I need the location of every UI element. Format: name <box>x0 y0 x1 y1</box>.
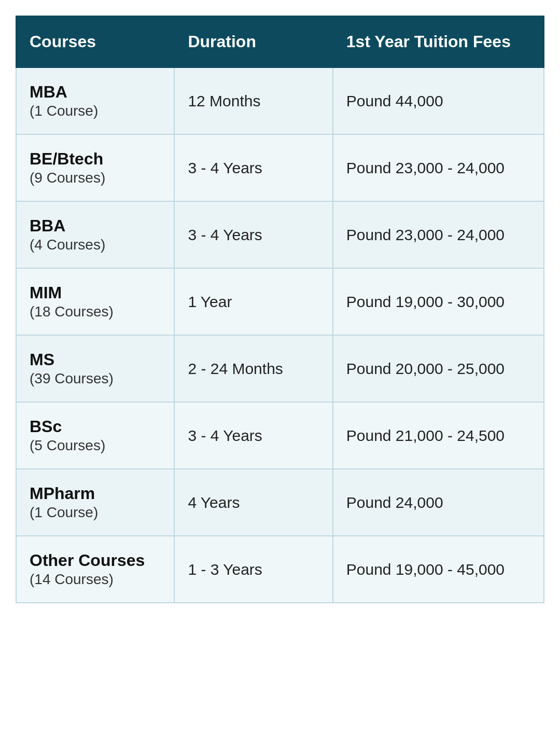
cell-course: MPharm(1 Course) <box>16 469 174 536</box>
course-name: MIM <box>30 283 62 302</box>
cell-fees: Pound 19,000 - 45,000 <box>333 536 544 603</box>
cell-fees: Pound 24,000 <box>333 469 544 536</box>
courses-table: Courses Duration 1st Year Tuition Fees M… <box>16 16 544 603</box>
cell-fees: Pound 23,000 - 24,000 <box>333 201 544 268</box>
cell-course: BSc(5 Courses) <box>16 402 174 469</box>
course-name: MBA <box>30 82 67 101</box>
cell-course: MBA(1 Course) <box>16 67 174 134</box>
header-fees: 1st Year Tuition Fees <box>333 16 544 67</box>
cell-duration: 3 - 4 Years <box>174 134 332 201</box>
course-count: (9 Courses) <box>30 170 105 186</box>
cell-duration: 3 - 4 Years <box>174 402 332 469</box>
cell-duration: 4 Years <box>174 469 332 536</box>
course-count: (39 Courses) <box>30 370 114 386</box>
course-name: MPharm <box>30 484 95 503</box>
table-row: MS(39 Courses)2 - 24 MonthsPound 20,000 … <box>16 335 544 402</box>
course-count: (4 Courses) <box>30 237 105 253</box>
table-row: BBA(4 Courses)3 - 4 YearsPound 23,000 - … <box>16 201 544 268</box>
cell-duration: 2 - 24 Months <box>174 335 332 402</box>
cell-course: BE/Btech(9 Courses) <box>16 134 174 201</box>
cell-fees: Pound 44,000 <box>333 67 544 134</box>
cell-course: MS(39 Courses) <box>16 335 174 402</box>
table-body: MBA(1 Course)12 MonthsPound 44,000BE/Bte… <box>16 67 544 603</box>
cell-fees: Pound 19,000 - 30,000 <box>333 268 544 335</box>
cell-duration: 1 - 3 Years <box>174 536 332 603</box>
course-count: (5 Courses) <box>30 437 105 453</box>
table-row: BE/Btech(9 Courses)3 - 4 YearsPound 23,0… <box>16 134 544 201</box>
cell-course: MIM(18 Courses) <box>16 268 174 335</box>
cell-course: Other Courses(14 Courses) <box>16 536 174 603</box>
cell-duration: 12 Months <box>174 67 332 134</box>
course-name: BSc <box>30 417 62 436</box>
course-name: Other Courses <box>30 551 145 570</box>
page-wrapper: Courses Duration 1st Year Tuition Fees M… <box>0 0 560 733</box>
table-row: Other Courses(14 Courses)1 - 3 YearsPoun… <box>16 536 544 603</box>
cell-fees: Pound 20,000 - 25,000 <box>333 335 544 402</box>
course-count: (1 Course) <box>30 103 98 119</box>
cell-duration: 3 - 4 Years <box>174 201 332 268</box>
header-courses: Courses <box>16 16 174 67</box>
table-row: BSc(5 Courses)3 - 4 YearsPound 21,000 - … <box>16 402 544 469</box>
table-header-row: Courses Duration 1st Year Tuition Fees <box>16 16 544 67</box>
table-row: MIM(18 Courses)1 YearPound 19,000 - 30,0… <box>16 268 544 335</box>
cell-course: BBA(4 Courses) <box>16 201 174 268</box>
course-name: MS <box>30 350 54 369</box>
table-row: MBA(1 Course)12 MonthsPound 44,000 <box>16 67 544 134</box>
course-count: (1 Course) <box>30 504 98 520</box>
table-row: MPharm(1 Course)4 YearsPound 24,000 <box>16 469 544 536</box>
cell-fees: Pound 23,000 - 24,000 <box>333 134 544 201</box>
course-count: (18 Courses) <box>30 303 114 320</box>
cell-duration: 1 Year <box>174 268 332 335</box>
course-count: (14 Courses) <box>30 571 114 587</box>
course-name: BBA <box>30 216 65 235</box>
course-name: BE/Btech <box>30 149 103 168</box>
cell-fees: Pound 21,000 - 24,500 <box>333 402 544 469</box>
header-duration: Duration <box>174 16 332 67</box>
